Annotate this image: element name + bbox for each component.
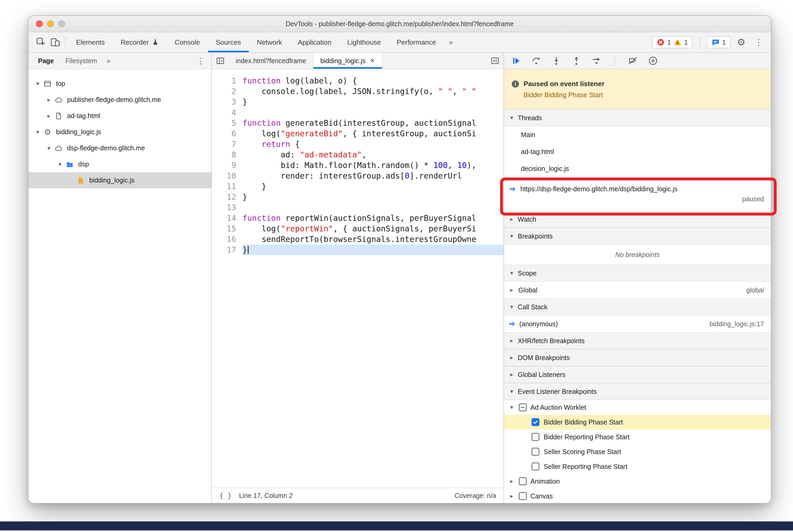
checkbox-unchecked[interactable] [531,433,540,441]
line-number[interactable]: 10 [212,171,236,181]
code-line[interactable]: render: interestGroup.ads[0].renderUrl [243,171,504,181]
line-number[interactable]: 11 [212,181,236,192]
section-event-listener-breakpoints[interactable]: ▾Event Listener Breakpoints [504,383,771,400]
deactivate-breakpoints-icon[interactable] [628,56,638,65]
toolbar-tab-recorder[interactable]: Recorder [113,32,167,52]
section-global-listeners[interactable]: ▸Global Listeners [504,366,771,383]
more-panels-chevron[interactable]: » [444,38,458,46]
code-line[interactable]: ad: "ad-metadata", [243,150,504,160]
line-number[interactable]: 4 [212,107,236,118]
code-line[interactable]: } [243,97,504,107]
toolbar-tab-application[interactable]: Application [290,32,339,52]
code-line[interactable]: } [243,245,504,255]
line-number[interactable]: 5 [212,118,236,128]
call-stack-frame[interactable]: (anonymous)bidding_logic.js:17 [504,316,771,332]
code-line[interactable]: function generateBid(interestGroup, auct… [243,118,504,128]
tab-filesystem[interactable]: Filesystem [60,53,103,69]
line-number[interactable]: 1 [212,76,236,86]
tab-page[interactable]: Page [32,53,60,69]
code-line[interactable] [243,202,504,213]
navigator-toggle-icon[interactable] [212,53,229,69]
code-line[interactable]: function log(label, o) { [243,76,504,86]
toolbar-tab-console[interactable]: Console [167,32,208,52]
more-tabs-icon[interactable] [487,53,504,69]
thread-item-decision-logic-js[interactable]: decision_logic.js [504,160,771,177]
tree-item-dsp[interactable]: ▾dsp [29,156,211,172]
tree-item-bidding-logic-js[interactable]: bidding_logic.js [29,172,211,188]
code-line[interactable]: bid: Math.floor(Math.random() * 100, 10)… [243,160,504,171]
code-line[interactable]: console.log(label, JSON.stringify(o, " "… [243,86,504,97]
line-number[interactable]: 6 [212,128,236,139]
code-editor[interactable]: 1234567891011121314151617 function log(l… [212,69,504,488]
pretty-print-icon[interactable]: { } [219,492,232,499]
navigator-more-options-icon[interactable]: ⋮ [193,56,208,65]
device-toolbar-icon[interactable] [48,32,62,52]
line-number[interactable]: 9 [212,160,236,171]
toolbar-tab-network[interactable]: Network [249,32,290,52]
more-options-icon[interactable]: ⋮ [752,37,766,47]
issues-badge[interactable]: 1 [707,36,731,48]
line-number[interactable]: 8 [212,150,236,160]
breakpoint-item-seller-scoring-phase-start[interactable]: Seller Scoring Phase Start [504,444,771,459]
breakpoint-item-bidder-bidding-phase-start[interactable]: Bidder Bidding Phase Start [504,415,771,430]
checkbox-checked[interactable] [531,418,540,426]
editor-tab-index-html[interactable]: index.html?fencedframe [229,53,314,69]
line-number[interactable]: 15 [212,224,236,234]
checkbox-indeterminate[interactable] [519,403,527,411]
breakpoint-group-canvas[interactable]: ▸Canvas [504,489,771,503]
breakpoint-item-seller-reporting-phase-start[interactable]: Seller Reporting Phase Start [504,459,771,474]
thread-item-ad-tag-html[interactable]: ad-tag.html [504,143,771,160]
pause-on-exceptions-icon[interactable] [648,56,658,65]
editor-tab-bidding-logic[interactable]: bidding_logic.js ✕ [314,53,382,69]
close-window-button[interactable] [36,20,43,27]
minimize-window-button[interactable] [47,20,54,27]
checkbox-unchecked[interactable] [531,462,540,471]
tree-item-dsp-fledge-demo-glitch-me[interactable]: ▾dsp-fledge-demo.glitch.me [29,140,211,156]
resume-icon[interactable] [511,56,521,65]
scope-row-global[interactable]: ▸Globalglobal [504,282,771,299]
inspect-icon[interactable] [34,32,48,52]
code-line[interactable]: log("reportWin", { auctionSignals, perBu… [243,224,504,234]
tree-item-ad-tag-html[interactable]: ▸ad-tag.html [29,108,211,124]
thread-item-active[interactable]: https://dsp-fledge-demo.glitch.me/dsp/bi… [504,177,771,211]
thread-item-main[interactable]: Main [504,126,771,143]
section-scope[interactable]: ▾Scope [504,265,771,282]
line-number[interactable]: 2 [212,86,236,97]
toolbar-tab-performance[interactable]: Performance [389,32,444,52]
close-tab-icon[interactable]: ✕ [370,57,375,64]
code-line[interactable]: } [243,181,504,192]
section-threads[interactable]: ▾Threads [504,109,771,126]
zoom-window-button[interactable] [58,20,65,27]
section-watch[interactable]: ▸Watch [504,211,771,228]
code-line[interactable]: function reportWin(auctionSignals, perBu… [243,213,504,224]
checkbox-unchecked[interactable] [531,448,540,456]
toolbar-tab-lighthouse[interactable]: Lighthouse [339,32,389,52]
breakpoint-group-animation[interactable]: ▸Animation [504,474,771,489]
line-number[interactable]: 14 [212,213,236,224]
code-line[interactable] [243,107,504,118]
section-dom-breakpoints[interactable]: ▸DOM Breakpoints [504,349,771,366]
code-line[interactable]: log("generateBid", { interestGroup, auct… [243,128,504,139]
section-call-stack[interactable]: ▾Call Stack [504,299,771,316]
tree-item-top[interactable]: ▾top [29,76,211,92]
line-number[interactable]: 7 [212,139,236,150]
step-icon[interactable] [592,56,601,65]
code-line[interactable]: sendReportTo(browserSignals.interestGrou… [243,234,504,245]
step-out-icon[interactable] [572,56,581,65]
code-line[interactable]: return { [243,139,504,150]
more-navigator-tabs-chevron[interactable]: » [103,57,114,65]
errors-warnings-badge[interactable]: 1 1 [652,36,693,48]
settings-gear-icon[interactable]: ⚙ [735,37,748,48]
code-line[interactable]: } [243,192,504,202]
tree-item-publisher-fledge-demo-glitch-me[interactable]: ▸publisher-fledge-demo.glitch.me [29,92,211,108]
checkbox-unchecked[interactable] [519,477,527,485]
breakpoint-group-ad-auction-worklet[interactable]: ▾Ad Auction Worklet [504,400,771,415]
step-into-icon[interactable] [551,56,561,65]
breakpoint-item-bidder-reporting-phase-start[interactable]: Bidder Reporting Phase Start [504,430,771,444]
section-xhr-fetch-breakpoints[interactable]: ▸XHR/fetch Breakpoints [504,332,771,349]
line-number[interactable]: 17 [212,245,236,255]
checkbox-unchecked[interactable] [519,492,527,500]
tree-item-bidding-logic-js[interactable]: ▾⚙bidding_logic.js [29,124,211,140]
line-number[interactable]: 12 [212,192,236,202]
line-number[interactable]: 16 [212,234,236,245]
